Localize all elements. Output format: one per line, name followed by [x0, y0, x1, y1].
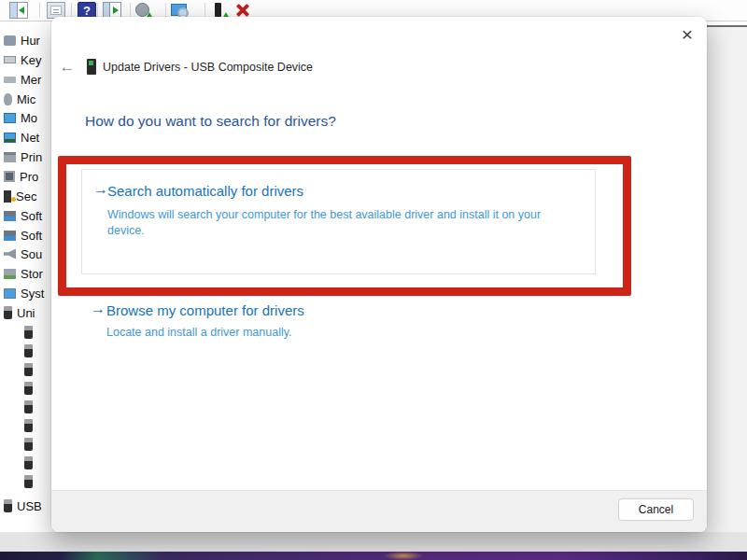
- system-icon: [4, 288, 16, 299]
- tree-item-label: Net: [21, 131, 39, 145]
- usb-icon: [4, 306, 12, 319]
- tree-item-sec-8[interactable]: Sec: [4, 188, 36, 204]
- toolbar-separator: [39, 3, 40, 18]
- tree-item-label: Hur: [21, 34, 40, 48]
- dialog-footer: Cancel: [51, 490, 707, 532]
- usb-device-icon[interactable]: [24, 344, 33, 357]
- tree-item-label: Sec: [16, 189, 36, 203]
- monitor-icon: [4, 113, 16, 123]
- window-background-bottom: [0, 532, 747, 552]
- tree-item-label: Sou: [21, 247, 42, 261]
- tree-item-soft-10[interactable]: Soft: [4, 227, 42, 244]
- software-icon: [4, 231, 16, 241]
- option-browse-computer-description: Locate and install a driver manually.: [106, 325, 292, 341]
- tree-item-label: Key: [21, 53, 41, 67]
- tree-item-key-1[interactable]: Key: [4, 51, 41, 68]
- tree-item-label: USB: [17, 499, 42, 513]
- help-icon-glyph: ?: [78, 3, 95, 18]
- tree-item-label: Mo: [21, 111, 37, 125]
- usb-device-icon[interactable]: [24, 475, 33, 488]
- tree-item-label: Soft: [21, 229, 42, 243]
- software-icon: [4, 211, 16, 221]
- usb-device-icon[interactable]: [24, 326, 33, 339]
- arrow-right-icon: →: [93, 181, 108, 198]
- update-drivers-dialog: × ← Update Drivers - USB Composite Devic…: [51, 17, 707, 532]
- tree-item-soft-9[interactable]: Soft: [4, 207, 42, 224]
- option-search-automatically-title[interactable]: Search automatically for drivers: [107, 183, 303, 199]
- tree-item-sou-11[interactable]: Sou: [4, 245, 42, 262]
- toolbar-separator: [97, 3, 98, 18]
- usb-device-icon[interactable]: [24, 382, 33, 395]
- usb-device-icon[interactable]: [24, 400, 33, 413]
- tree-item-mo-4[interactable]: Mo: [4, 109, 37, 126]
- tree-item-mic-3[interactable]: Mic: [4, 91, 35, 107]
- toolbar-separator: [130, 3, 131, 18]
- device-icon: [87, 59, 96, 75]
- cancel-button[interactable]: Cancel: [618, 498, 694, 521]
- toolbar-separator: [165, 3, 166, 18]
- tree-item-uni-14[interactable]: Uni: [4, 304, 35, 321]
- option-search-automatically[interactable]: → Search automatically for drivers Windo…: [81, 169, 596, 274]
- device-tree-panel: HurKeyMerMicMoNetPrinProSecSoftSoftSouSt…: [0, 21, 58, 532]
- network-icon: [4, 133, 16, 143]
- tree-item-label: Pro: [20, 170, 38, 184]
- sound-icon: [4, 249, 16, 259]
- dialog-heading: How do you want to search for drivers?: [85, 113, 336, 130]
- option-browse-computer-title[interactable]: Browse my computer for drivers: [106, 302, 304, 318]
- tree-item-prin-6[interactable]: Prin: [4, 148, 42, 165]
- arrow-right-icon: →: [91, 301, 106, 317]
- usb-icon: [4, 499, 12, 512]
- tree-item-label: Soft: [21, 209, 42, 223]
- keyboard-icon: [4, 56, 16, 63]
- window-background-right: [705, 0, 747, 532]
- tree-item-label: Prin: [21, 150, 42, 164]
- screen: { "toolbar": { "icons": [ { "name": "con…: [0, 0, 747, 560]
- desktop-wallpaper-strip: [0, 552, 747, 560]
- printer-icon: [4, 152, 16, 162]
- tree-item-label: Uni: [17, 306, 35, 320]
- mouse-icon: [4, 93, 12, 105]
- console-tree-icon[interactable]: [9, 2, 28, 19]
- tree-item-pro-7[interactable]: Pro: [4, 168, 38, 185]
- security-icon: [4, 190, 11, 203]
- toolbar-separator: [71, 3, 72, 18]
- processor-icon: [4, 171, 15, 182]
- usb-device-icon[interactable]: [24, 419, 33, 432]
- back-button[interactable]: ←: [57, 58, 78, 77]
- usb-device-icon[interactable]: [24, 363, 33, 376]
- usb-device-icon[interactable]: [24, 438, 33, 451]
- hid-icon: [4, 35, 16, 46]
- tree-item-label: Mer: [21, 73, 41, 87]
- tree-item-usb-bottom[interactable]: USB: [4, 497, 42, 514]
- tree-item-label: Syst: [21, 287, 44, 301]
- dialog-title: Update Drivers - USB Composite Device: [103, 61, 313, 74]
- tree-item-label: Stor: [21, 267, 43, 281]
- tree-item-mer-2[interactable]: Mer: [4, 71, 41, 88]
- close-button[interactable]: ×: [675, 22, 699, 47]
- storage-icon: [4, 269, 16, 279]
- tree-item-stor-12[interactable]: Stor: [4, 265, 43, 282]
- memory-icon: [4, 77, 16, 83]
- usb-device-icon[interactable]: [24, 456, 33, 469]
- tree-item-syst-13[interactable]: Syst: [4, 285, 44, 301]
- option-search-automatically-description: Windows will search your computer for th…: [107, 207, 574, 239]
- tree-item-hur-0[interactable]: Hur: [4, 32, 40, 49]
- option-browse-computer[interactable]: → Browse my computer for drivers Locate …: [81, 301, 604, 357]
- tree-item-net-5[interactable]: Net: [4, 129, 39, 146]
- toolbar-separator: [204, 3, 205, 18]
- tree-item-label: Mic: [17, 92, 35, 106]
